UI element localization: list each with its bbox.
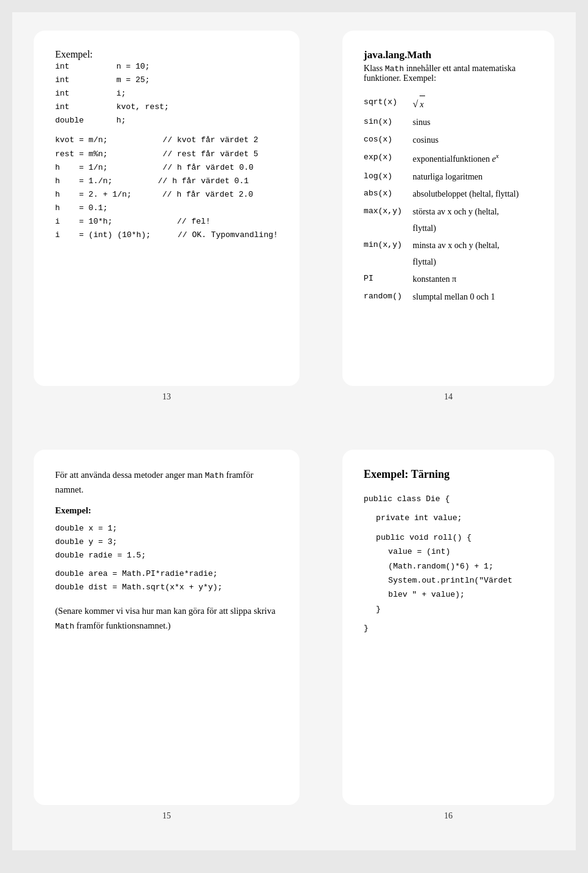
page-number-13: 13 <box>34 386 300 413</box>
code-row: System.out.println("Värdet blev " + valu… <box>364 573 533 602</box>
desc-cell <box>528 149 533 168</box>
code-row: kvot = m/n; // kvot får värdet 2 <box>55 134 278 147</box>
code-col1: double <box>55 114 116 127</box>
code-col1: h = 2. + 1/n; <box>55 188 162 202</box>
code-col1: kvot = m/n; <box>55 134 153 147</box>
subtitle-prefix: Klass <box>364 64 385 73</box>
code-row: h = 1./n; // h får värdet 0.1 <box>55 175 278 188</box>
code-row: i = (int) (10*h); // OK. Typomvandling! <box>55 229 278 242</box>
code-row: h = 0.1; <box>55 202 278 215</box>
table-row: max(x,y) största av x och y (heltal, fly… <box>364 203 533 237</box>
code-col1: int <box>55 100 116 114</box>
symbol-cell: slumptal mellan 0 och 1 <box>413 289 528 306</box>
page-inner-16: Exempel: Tärning public class Die { priv… <box>342 450 554 805</box>
table-row: abs(x) absolutbeloppet (heltal, flyttal) <box>364 186 533 203</box>
page16-content: Exempel: Tärning public class Die { priv… <box>364 468 533 636</box>
code-row: double radie = 1.5; <box>55 549 278 562</box>
code-row: h = 2. + 1/n; // h får värdet 2.0 <box>55 188 278 202</box>
code-col2: // kvot får värdet 2 <box>153 134 258 147</box>
code-row: double area = Math.PI*radie*radie; <box>55 567 278 581</box>
math-table: sqrt(x) √ x sin(x) sinus <box>364 94 533 306</box>
symbol-cell: naturliga logaritmen <box>413 168 528 186</box>
sqrt-expr: √ x <box>413 95 425 113</box>
page-cell-16: Exempel: Tärning public class Die { priv… <box>321 431 576 850</box>
func-cell: sqrt(x) <box>364 94 413 114</box>
desc-cell <box>528 132 533 149</box>
table-row: sqrt(x) √ x <box>364 94 533 114</box>
symbol-cell: minsta av x och y (heltal, flyttal) <box>413 237 528 271</box>
table-row: cos(x) cosinus <box>364 132 533 149</box>
code-row: public class Die { <box>364 492 533 506</box>
outro-text: (Senare kommer vi visa hur man kan göra … <box>55 606 276 616</box>
code-row: double y = 3; <box>55 535 278 549</box>
page15-code: double x = 1; double y = 3; double radie… <box>55 522 278 594</box>
page15-outro: (Senare kommer vi visa hur man kan göra … <box>55 604 278 633</box>
code-col1: rest = m%n; <box>55 148 153 161</box>
page16-code: public class Die { private int value; pu… <box>364 492 533 636</box>
table-row: exp(x) exponentialfunktionen ex <box>364 149 533 168</box>
page-number-16: 16 <box>342 805 554 832</box>
exp-text: exponentialfunktionen ex <box>413 154 499 164</box>
code-col1: h = 1/n; <box>55 161 153 175</box>
code-row: int n = 10; <box>55 60 278 74</box>
code-col1: h = 1./n; <box>55 175 153 188</box>
table-row: sin(x) sinus <box>364 114 533 132</box>
code-col2: // rest får värdet 5 <box>153 148 258 161</box>
symbol-cell: absolutbeloppet (heltal, flyttal) <box>413 186 528 203</box>
code-row: int i; <box>55 87 278 100</box>
page14-content: java.lang.Math Klass Math innehåller ett… <box>364 49 533 306</box>
code-row: } <box>364 602 533 616</box>
page-inner-13: Exempel: int n = 10; int m = 25; int i; <box>34 31 300 386</box>
code-row: rest = m%n; // rest får värdet 5 <box>55 148 278 161</box>
code-row: value = (int) (Math.random()*6) + 1; <box>364 545 533 573</box>
func-cell: random() <box>364 289 413 306</box>
intro-code: Math <box>205 471 224 480</box>
sqrt-radicand: x <box>420 96 425 113</box>
desc-cell <box>528 237 533 271</box>
code-col2: h; <box>116 114 126 127</box>
page-cell-15: För att använda dessa metoder anger man … <box>12 431 321 850</box>
code-col1: i = 10*h; <box>55 215 153 229</box>
table-row: PI konstanten π <box>364 271 533 289</box>
code-row: } <box>364 621 533 635</box>
func-cell: max(x,y) <box>364 203 413 237</box>
page15-content: För att använda dessa metoder anger man … <box>55 468 278 633</box>
code-col2: // h får värdet 0.1 <box>153 175 249 188</box>
page-grid: Exempel: int n = 10; int m = 25; int i; <box>0 0 588 863</box>
code-col2: // h får värdet 2.0 <box>162 188 253 202</box>
desc-cell <box>528 94 533 114</box>
page14-subtitle: Klass Math innehåller ett antal matemati… <box>364 64 533 83</box>
symbol-cell: största av x och y (heltal, flyttal) <box>413 203 528 237</box>
desc-cell <box>528 271 533 289</box>
desc-cell <box>528 203 533 237</box>
code-col1: h = 0.1; <box>55 202 116 215</box>
page-inner-15: För att använda dessa metoder anger man … <box>34 450 300 805</box>
page13-code: int n = 10; int m = 25; int i; int kvot,… <box>55 60 278 242</box>
code-col2: m = 25; <box>116 74 150 87</box>
page13-label: Exempel: <box>55 49 278 60</box>
func-cell: PI <box>364 271 413 289</box>
code-col2: // h får värdet 0.0 <box>153 161 254 175</box>
code-col2: // OK. Typomvandling! <box>178 229 278 242</box>
desc-cell <box>528 186 533 203</box>
table-row: min(x,y) minsta av x och y (heltal, flyt… <box>364 237 533 271</box>
code-col2: n = 10; <box>116 60 150 74</box>
code-col1: int <box>55 74 116 87</box>
code-row: private int value; <box>364 511 533 525</box>
page15-example-label: Exempel: <box>55 505 278 516</box>
code-col1: i = (int) (10*h); <box>55 229 178 242</box>
symbol-cell: sinus <box>413 114 528 132</box>
outro-code: Math <box>55 622 74 631</box>
func-cell: exp(x) <box>364 149 413 168</box>
code-row: i = 10*h; // fel! <box>55 215 278 229</box>
func-cell: sin(x) <box>364 114 413 132</box>
desc-cell <box>528 114 533 132</box>
func-cell: cos(x) <box>364 132 413 149</box>
code-row: int kvot, rest; <box>55 100 278 114</box>
code-col2: i; <box>116 87 126 100</box>
page-number-14: 14 <box>342 386 554 413</box>
page16-title: Exempel: Tärning <box>364 468 533 481</box>
code-row: double x = 1; <box>55 522 278 535</box>
page-number-15: 15 <box>34 805 300 832</box>
code-row: h = 1/n; // h får värdet 0.0 <box>55 161 278 175</box>
